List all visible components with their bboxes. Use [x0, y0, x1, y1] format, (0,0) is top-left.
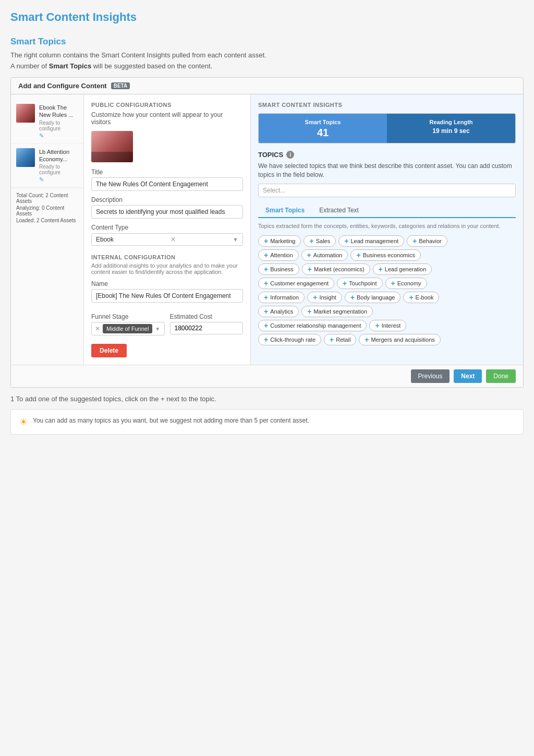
plus-market-segmentation[interactable]: +: [307, 308, 311, 315]
dropdown-arrow-icon[interactable]: ▼: [233, 236, 238, 243]
topic-market-segmentation[interactable]: + Market segmentation: [301, 306, 373, 317]
plus-behavior[interactable]: +: [412, 237, 417, 245]
topic-lead-generation[interactable]: + Lead generation: [373, 263, 432, 275]
sidebar-item-2[interactable]: Lb Attention Economy... Ready to configu…: [11, 144, 83, 188]
next-button[interactable]: Next: [454, 369, 482, 383]
topic-interest[interactable]: + Interest: [369, 320, 406, 331]
sidebar-item-1[interactable]: Ebook The New Rules ... Ready to configu…: [11, 100, 83, 144]
plus-automation[interactable]: +: [307, 251, 311, 259]
sidebar-item-info-2: Lb Attention Economy... Ready to configu…: [39, 148, 78, 184]
topic-economy[interactable]: + Economy: [385, 278, 427, 289]
plus-ctr[interactable]: +: [264, 336, 268, 343]
topic-business-economics[interactable]: + Business economics: [350, 249, 420, 261]
sidebar-item-status-1: Ready to configure: [39, 120, 78, 131]
card-body: Ebook The New Rules ... Ready to configu…: [11, 94, 523, 365]
topic-information[interactable]: + Information: [258, 292, 305, 303]
plus-analytics[interactable]: +: [264, 308, 268, 315]
topic-business[interactable]: + Business: [258, 263, 299, 275]
plus-business-economics[interactable]: +: [356, 251, 360, 259]
section-desc2: A number of Smart Topics will be suggest…: [10, 62, 524, 70]
plus-interest[interactable]: +: [375, 322, 379, 329]
prev-button[interactable]: Previous: [411, 369, 450, 383]
funnel-dropdown[interactable]: ✕ Middle of Funnel ▼: [91, 322, 165, 335]
remove-content-type[interactable]: ✕: [171, 236, 176, 243]
tip-text: You can add as many topics as you want, …: [33, 416, 309, 425]
tab-smart-topics[interactable]: Smart Topics: [258, 203, 312, 218]
plus-insight[interactable]: +: [313, 294, 317, 301]
topic-retail[interactable]: + Retail: [324, 334, 356, 345]
topic-marketing[interactable]: + Marketing: [258, 235, 301, 247]
plus-retail[interactable]: +: [330, 336, 334, 343]
reading-length-stat-value: 19 min 9 sec: [392, 127, 510, 135]
name-input[interactable]: [91, 289, 243, 303]
content-thumbnail: [91, 131, 133, 162]
card-header: Add and Configure Content BETA: [11, 78, 523, 94]
description-input[interactable]: [91, 205, 243, 219]
sidebar-thumb-2: [16, 148, 35, 167]
delete-button[interactable]: Delete: [91, 344, 127, 357]
sidebar-item-edit-1[interactable]: ✎: [39, 133, 44, 139]
topic-attention[interactable]: + Attention: [258, 249, 299, 261]
plus-touchpoint[interactable]: +: [343, 280, 347, 287]
insights-stats: Smart Topics 41 Reading Length 19 min 9 …: [258, 113, 516, 143]
topic-automation[interactable]: + Automation: [301, 249, 348, 261]
sidebar-item-name-1: Ebook The New Rules ...: [39, 104, 78, 119]
plus-attention[interactable]: +: [264, 251, 268, 259]
plus-market-economics[interactable]: +: [308, 266, 312, 273]
funnel-remove[interactable]: ✕: [95, 325, 100, 332]
topic-sales[interactable]: + Sales: [304, 235, 336, 247]
content-type-label: Content Type: [91, 224, 243, 231]
topic-mergers[interactable]: + Mergers and acquisitions: [359, 334, 440, 345]
thumb-overlay: [91, 152, 133, 162]
plus-marketing[interactable]: +: [264, 237, 268, 245]
topics-info-icon[interactable]: i: [286, 151, 294, 159]
topic-row-3: + Customer engagement + Touchpoint + Eco…: [258, 278, 516, 289]
topics-select[interactable]: Select...: [258, 184, 516, 197]
topic-row-1: + Attention + Automation + Business econ…: [258, 249, 516, 261]
title-input[interactable]: [91, 177, 243, 191]
topic-insight[interactable]: + Insight: [307, 292, 342, 303]
step-desc: 1 To add one of the suggested topics, cl…: [10, 395, 524, 403]
smart-topics-bold: Smart Topics: [49, 62, 91, 70]
topic-ctr[interactable]: + Click-through rate: [258, 334, 321, 345]
topics-header-row: TOPICS i: [258, 151, 516, 159]
plus-crm[interactable]: +: [264, 322, 268, 329]
topic-touchpoint[interactable]: + Touchpoint: [337, 278, 382, 289]
topic-market-economics[interactable]: + Market (economics): [302, 263, 370, 275]
plus-customer-engagement[interactable]: +: [264, 280, 268, 287]
sidebar-footer: Total Count: 2 Content Assets Analyzing:…: [11, 188, 83, 229]
left-sidebar: Ebook The New Rules ... Ready to configu…: [11, 94, 84, 365]
smart-insights-label: SMART CONTENT INSIGHTS: [258, 102, 516, 108]
topics-desc: We have selected topics that we think be…: [258, 162, 516, 179]
plus-business[interactable]: +: [264, 266, 268, 273]
done-button[interactable]: Done: [486, 369, 516, 383]
cost-input[interactable]: [170, 322, 244, 334]
cost-col: Estimated Cost: [170, 308, 244, 335]
topic-behavior[interactable]: + Behavior: [407, 235, 447, 247]
plus-lead-management[interactable]: +: [344, 237, 348, 245]
plus-body-language[interactable]: +: [350, 294, 355, 301]
funnel-arrow-icon[interactable]: ▼: [155, 326, 160, 332]
internal-config-label: INTERNAL CONFIGURATION: [91, 254, 243, 260]
topics-label: TOPICS: [258, 151, 283, 159]
topic-body-language[interactable]: + Body language: [345, 292, 401, 303]
plus-lead-generation[interactable]: +: [379, 266, 383, 273]
plus-mergers[interactable]: +: [365, 336, 369, 343]
reading-length-stat-label: Reading Length: [392, 119, 510, 125]
footer-analyzing: Analyzing: 0 Content Assets: [16, 205, 78, 217]
plus-information[interactable]: +: [264, 294, 268, 301]
plus-sales[interactable]: +: [309, 237, 313, 245]
plus-economy[interactable]: +: [391, 280, 395, 287]
topic-row-6: + Customer relationship management + Int…: [258, 320, 516, 331]
plus-ebook[interactable]: +: [409, 294, 413, 301]
topic-analytics[interactable]: + Analytics: [258, 306, 299, 317]
card-header-title: Add and Configure Content: [18, 82, 107, 90]
tab-extracted-text[interactable]: Extracted Text: [312, 203, 366, 217]
sidebar-item-edit-2[interactable]: ✎: [39, 176, 44, 183]
topic-customer-engagement[interactable]: + Customer engagement: [258, 278, 334, 289]
thumb-image-1: [16, 104, 35, 123]
topic-crm[interactable]: + Customer relationship management: [258, 320, 367, 331]
main-card: Add and Configure Content BETA Ebook The…: [10, 77, 524, 388]
topic-lead-management[interactable]: + Lead management: [338, 235, 404, 247]
topic-ebook[interactable]: + E-book: [403, 292, 439, 303]
